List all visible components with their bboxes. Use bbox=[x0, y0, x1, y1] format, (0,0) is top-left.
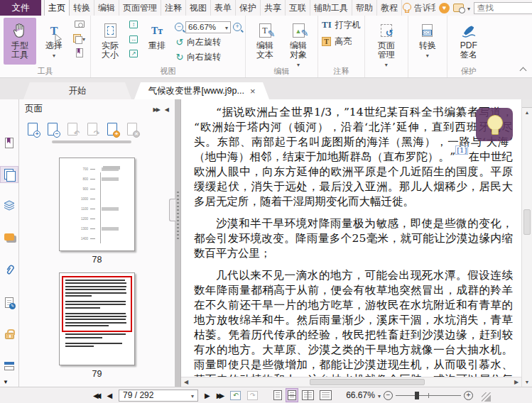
ribbon-collapse-icon[interactable] bbox=[520, 66, 526, 72]
rotate-page-right-button[interactable] bbox=[87, 123, 97, 136]
page-number-combobox[interactable]: 79 / 292 bbox=[119, 390, 198, 402]
next-view-button[interactable] bbox=[247, 391, 258, 400]
scroll-down-icon[interactable]: ▼ bbox=[522, 380, 532, 385]
chevron-down-icon[interactable] bbox=[467, 3, 470, 13]
zoom-out-button[interactable] bbox=[384, 391, 393, 400]
file-button[interactable]: 文件 bbox=[0, 0, 41, 16]
zoom-slider[interactable] bbox=[396, 391, 461, 400]
sidebar-item-attachments[interactable] bbox=[1, 263, 18, 278]
sidebar-item-signatures[interactable] bbox=[1, 294, 18, 310]
thumbnail-zoom-in-button[interactable] bbox=[28, 123, 38, 136]
tab-start[interactable]: 开始 bbox=[23, 82, 131, 99]
sidebar-item-pages[interactable] bbox=[1, 167, 18, 182]
fit-page-icon[interactable] bbox=[129, 21, 138, 28]
heart-icon[interactable]: ♥ bbox=[439, 3, 450, 13]
highlight-button[interactable]: 高亮 bbox=[322, 34, 352, 48]
menu-tab-help[interactable]: 帮助 bbox=[352, 0, 377, 16]
reflow-button[interactable]: 重排 bbox=[141, 18, 173, 50]
splitter-handle[interactable] bbox=[169, 199, 175, 221]
zoom-in-icon[interactable] bbox=[233, 23, 241, 31]
previous-page-button[interactable]: ◀ bbox=[107, 392, 112, 399]
horizontal-scrollbar[interactable]: ◀ ▶ bbox=[181, 377, 521, 387]
menu-tab-edit[interactable]: 编辑 bbox=[94, 0, 119, 16]
zoom-level-combobox[interactable]: 66.67% bbox=[185, 21, 231, 33]
fit-width-icon[interactable] bbox=[129, 35, 138, 43]
vertical-scrollbar[interactable]: ▲ ▼ bbox=[521, 99, 532, 387]
menu-tab-connect[interactable]: 互联 bbox=[286, 0, 310, 16]
panel-toolbar-scrollbar[interactable] bbox=[52, 140, 131, 143]
panel-splitter[interactable] bbox=[175, 99, 180, 387]
select-tool-button[interactable]: T 选择 bbox=[38, 18, 70, 60]
sidebar-item-fields[interactable] bbox=[1, 358, 18, 374]
layout-continuous-button[interactable] bbox=[286, 389, 298, 402]
document-page[interactable]: “据说欧洲占全世界1/3，”14世纪某百科全书编纂者写道，“欧洲始于塔内河（顿河… bbox=[180, 99, 521, 387]
layout-facing-button[interactable] bbox=[300, 389, 315, 402]
snapshot-icon[interactable] bbox=[453, 4, 464, 12]
sidebar-item-comments[interactable] bbox=[1, 231, 18, 246]
bookmark-page-icon[interactable] bbox=[76, 48, 83, 57]
actual-size-button[interactable]: 实际大小 bbox=[94, 18, 126, 60]
previous-view-button[interactable] bbox=[230, 391, 241, 400]
search-input[interactable] bbox=[474, 2, 532, 14]
fit-visible-icon[interactable] bbox=[129, 50, 138, 57]
snapshot-camera-icon[interactable] bbox=[75, 21, 85, 28]
edit-text-button[interactable]: 编辑文本 bbox=[249, 18, 281, 60]
sidebar-item-bookmarks[interactable] bbox=[1, 135, 18, 150]
page-number-label-78[interactable]: 78 bbox=[92, 255, 102, 265]
tab-document[interactable]: 气候改变世界[www.j9p... × bbox=[134, 82, 269, 99]
add-page-button[interactable] bbox=[107, 123, 117, 136]
zoom-in-button[interactable] bbox=[464, 391, 473, 400]
page-management-button[interactable]: 页面管理 bbox=[369, 18, 404, 70]
delete-page-button[interactable] bbox=[127, 123, 137, 136]
zoom-out-icon[interactable] bbox=[175, 23, 183, 31]
scroll-left-icon[interactable]: ◀ bbox=[181, 379, 191, 385]
tell-me-label[interactable]: 告诉我 bbox=[414, 2, 435, 14]
menu-tab-protect[interactable]: 保护 bbox=[236, 0, 261, 16]
first-page-button[interactable]: ◀◀ bbox=[93, 392, 98, 399]
zoom-percent-label[interactable]: 66.67% bbox=[346, 390, 375, 400]
scroll-right-icon[interactable]: ▶ bbox=[511, 379, 521, 385]
thumbnail-page-79[interactable] bbox=[59, 272, 135, 365]
scroll-up-icon[interactable]: ▲ bbox=[522, 110, 532, 115]
layout-facing-continuous-button[interactable] bbox=[318, 389, 333, 402]
menu-tab-form[interactable]: 表单 bbox=[211, 0, 236, 16]
footnote-link[interactable]: [1] bbox=[455, 145, 468, 155]
menu-tab-view[interactable]: 视图 bbox=[186, 0, 211, 16]
panel-collapse-icon[interactable] bbox=[165, 104, 169, 114]
menu-tab-page-management[interactable]: 页面管理 bbox=[119, 0, 161, 16]
menu-tab-share[interactable]: 共享 bbox=[261, 0, 286, 16]
menu-tab-home[interactable]: 主页 bbox=[44, 0, 70, 16]
thumbnail-page-78[interactable]: 700 800 900 1000 1100 1200 1300 1400 bbox=[59, 158, 135, 251]
panel-expand-icon[interactable] bbox=[153, 104, 159, 114]
rotate-page-left-button[interactable] bbox=[67, 123, 77, 136]
scrollbar-split-box[interactable] bbox=[522, 99, 532, 108]
view-indicator-rect[interactable] bbox=[62, 276, 132, 332]
vertical-scrollbar-thumb[interactable] bbox=[523, 209, 531, 235]
sidebar-item-layers[interactable] bbox=[1, 199, 18, 214]
typewriter-button[interactable]: 打字机 bbox=[322, 18, 361, 32]
rotate-left-button[interactable]: 向左旋转 bbox=[175, 35, 241, 48]
rotate-right-button[interactable]: 向右旋转 bbox=[175, 50, 241, 63]
horizontal-scrollbar-thumb[interactable] bbox=[310, 379, 425, 385]
chevron-down-icon[interactable] bbox=[82, 33, 85, 43]
menu-tab-accessibility[interactable]: 辅助工具 bbox=[310, 0, 352, 16]
zoom-slider-handle[interactable] bbox=[415, 392, 419, 399]
menu-tab-convert[interactable]: 转换 bbox=[70, 0, 94, 16]
lightbulb-icon[interactable] bbox=[402, 2, 411, 13]
next-page-button[interactable]: ▶ bbox=[205, 392, 210, 399]
hand-tool-button[interactable]: 手型工具 bbox=[4, 18, 36, 65]
assistant-widget[interactable] bbox=[476, 108, 513, 141]
last-page-button[interactable]: ▶▶ bbox=[217, 392, 222, 399]
sidebar-item-security[interactable] bbox=[1, 326, 18, 342]
pdf-sign-button[interactable]: PDF签名 bbox=[451, 18, 487, 60]
menu-tab-comment[interactable]: 注释 bbox=[161, 0, 186, 16]
page-number-label-79[interactable]: 79 bbox=[92, 369, 102, 379]
thumbnail-zoom-out-button[interactable] bbox=[48, 123, 58, 136]
convert-button[interactable]: OCR 转换 bbox=[412, 18, 443, 60]
menu-tab-tutorial[interactable]: 教程 bbox=[377, 0, 402, 16]
edit-object-button[interactable]: 编辑对象 bbox=[283, 18, 314, 70]
close-icon[interactable]: × bbox=[250, 87, 256, 96]
layout-single-button[interactable] bbox=[272, 389, 283, 402]
clipboard-icon[interactable] bbox=[73, 34, 81, 43]
chevron-down-icon[interactable] bbox=[378, 390, 381, 400]
